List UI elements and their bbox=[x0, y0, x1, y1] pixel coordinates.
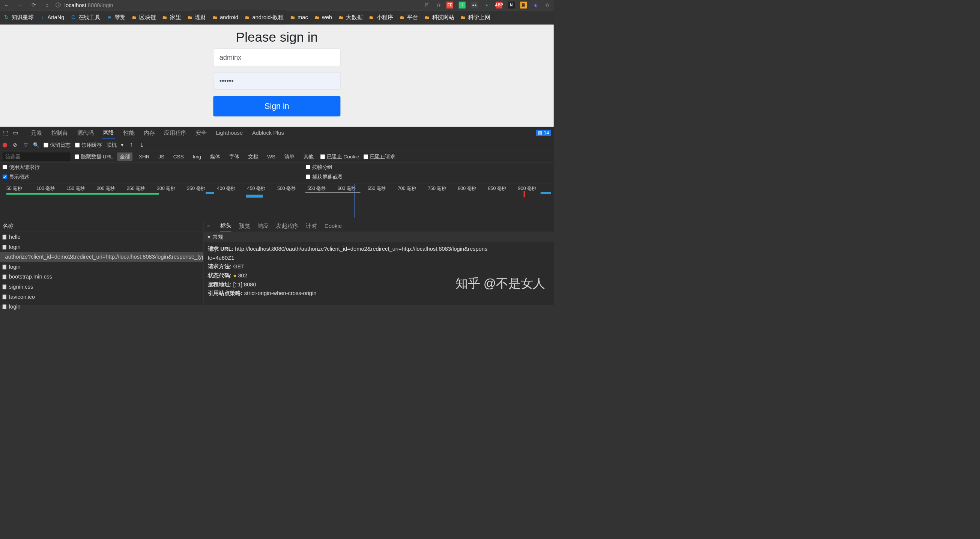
extension-icon[interactable]: ◐ bbox=[532, 2, 539, 9]
devtools-tab[interactable]: Lighthouse bbox=[215, 127, 243, 139]
extension-icon[interactable]: i bbox=[459, 2, 466, 9]
blocked-requests-checkbox[interactable]: 已阻止请求 bbox=[364, 153, 395, 160]
bookmark-item[interactable]: C在线工具 bbox=[70, 13, 100, 21]
extension-icon[interactable]: ●● bbox=[471, 2, 477, 9]
filter-type-pill[interactable]: 清单 bbox=[282, 152, 297, 161]
detail-key: 请求方法: bbox=[208, 263, 233, 270]
filter-type-pill[interactable]: 全部 bbox=[117, 152, 132, 161]
extension-icon[interactable]: FE bbox=[447, 2, 453, 9]
favorite-icon[interactable]: ✩ bbox=[436, 2, 442, 8]
extension-icon[interactable]: ABP bbox=[496, 2, 503, 9]
devtools-tab[interactable]: 网络 bbox=[102, 127, 115, 139]
record-button[interactable] bbox=[3, 143, 7, 147]
detail-tab[interactable]: 标头 bbox=[220, 220, 231, 232]
bookmark-item[interactable]: 🖿大数据 bbox=[338, 13, 363, 21]
large-rows-checkbox[interactable]: 使用大请求行 bbox=[3, 164, 306, 171]
bookmark-item[interactable]: 🖿web bbox=[314, 14, 332, 21]
throttling-select[interactable]: 联机 ▾ bbox=[107, 142, 123, 148]
request-row[interactable]: favicon.ico bbox=[0, 292, 204, 302]
bookmark-item[interactable]: 🖿mac bbox=[290, 14, 308, 21]
password-input[interactable] bbox=[213, 72, 340, 90]
issues-badge[interactable]: ▤14 bbox=[536, 129, 551, 136]
bookmark-item[interactable]: 🖿家里 bbox=[162, 13, 181, 21]
filter-icon[interactable]: ▽ bbox=[22, 142, 29, 148]
info-icon[interactable]: ⓘ bbox=[55, 2, 61, 8]
disable-cache-checkbox[interactable]: 禁用缓存 bbox=[75, 142, 102, 148]
forward-icon[interactable]: → bbox=[17, 2, 23, 8]
request-row[interactable]: login bbox=[0, 242, 204, 252]
detail-tab[interactable]: Cookie bbox=[325, 220, 342, 232]
signin-button[interactable]: Sign in bbox=[213, 96, 340, 116]
download-icon[interactable]: ⤓ bbox=[139, 142, 145, 148]
detail-tab[interactable]: 发起程序 bbox=[276, 220, 298, 232]
devtools-tab[interactable]: 性能 bbox=[123, 127, 135, 139]
filter-type-pill[interactable]: 媒体 bbox=[207, 152, 223, 161]
filter-input[interactable] bbox=[3, 152, 70, 161]
url-bar[interactable]: ⓘ localhost:8080/login bbox=[55, 2, 420, 9]
file-icon bbox=[3, 234, 6, 239]
devtools-tab[interactable]: 源代码 bbox=[76, 127, 95, 139]
filter-type-pill[interactable]: 文档 bbox=[246, 152, 261, 161]
request-row[interactable]: bootstrap.min.css bbox=[0, 272, 204, 282]
timeline-tick: 50 毫秒 bbox=[6, 185, 37, 192]
detail-section-header[interactable]: ▼ 常规 bbox=[204, 232, 554, 242]
bookmark-item[interactable]: 🖿科技网站 bbox=[424, 13, 454, 21]
filter-type-pill[interactable]: Img bbox=[190, 153, 204, 160]
devtools-tab[interactable]: 内存 bbox=[143, 127, 156, 139]
back-icon[interactable]: ← bbox=[3, 2, 10, 8]
request-row[interactable]: hello bbox=[0, 232, 204, 242]
bookmark-item[interactable]: ↻知识星球 bbox=[3, 13, 33, 21]
upload-icon[interactable]: ⤒ bbox=[128, 142, 134, 148]
blocked-cookies-checkbox[interactable]: 已阻止 Cookie bbox=[320, 153, 360, 160]
filter-type-pill[interactable]: 字体 bbox=[227, 152, 242, 161]
clear-icon[interactable]: ⊘ bbox=[12, 142, 18, 148]
home-icon[interactable]: ⌂ bbox=[44, 2, 50, 8]
bookmark-item[interactable]: 🖿科学上网 bbox=[460, 13, 490, 21]
devtools-tab[interactable]: 安全 bbox=[195, 127, 207, 139]
group-by-frame-checkbox[interactable]: 按帧分组 bbox=[306, 164, 342, 171]
detail-tab[interactable]: 响应 bbox=[258, 220, 269, 232]
request-row[interactable]: signin.css bbox=[0, 282, 204, 292]
show-overview-checkbox[interactable]: 显示概述 bbox=[3, 174, 306, 180]
collections-icon[interactable]: ✩ bbox=[544, 2, 550, 8]
hide-data-urls-checkbox[interactable]: 隐藏数据 URL bbox=[75, 153, 113, 160]
key-icon[interactable]: ⚿ bbox=[424, 2, 430, 8]
device-icon[interactable]: ▭ bbox=[13, 130, 18, 136]
bookmark-item[interactable]: 🖿理财 bbox=[187, 13, 206, 21]
filter-type-pill[interactable]: WS bbox=[265, 153, 278, 160]
request-row[interactable]: authorize?client_id=demo2&redirect_uri=h… bbox=[0, 252, 204, 262]
reload-icon[interactable]: ⟳ bbox=[30, 2, 37, 8]
folder-icon: 🖿 bbox=[290, 14, 296, 20]
search-icon[interactable]: 🔍 bbox=[33, 142, 39, 148]
bookmark-item[interactable]: ≡琴贤 bbox=[106, 13, 125, 21]
screenshots-checkbox[interactable]: 捕获屏幕截图 bbox=[306, 174, 342, 180]
bookmark-item[interactable]: 🖿区块链 bbox=[131, 13, 156, 21]
close-detail-icon[interactable]: × bbox=[207, 223, 210, 229]
extension-icon[interactable]: 聚 bbox=[520, 2, 527, 9]
filter-type-pill[interactable]: XHR bbox=[136, 153, 152, 160]
bookmark-item[interactable]: 🖿android bbox=[212, 14, 238, 21]
bookmark-item[interactable]: 🖿android-教程 bbox=[244, 13, 284, 21]
bookmark-item[interactable]: 🖿平台 bbox=[399, 13, 418, 21]
request-list-header: 名称 bbox=[0, 220, 204, 232]
devtools-tab[interactable]: Adblock Plus bbox=[251, 127, 285, 139]
extension-icon[interactable]: N bbox=[508, 2, 515, 9]
extension-icon[interactable]: ● bbox=[483, 2, 490, 9]
devtools-tab[interactable]: 元素 bbox=[30, 127, 43, 139]
request-row[interactable]: login bbox=[0, 262, 204, 272]
request-row[interactable]: login bbox=[0, 302, 204, 312]
bookmark-item[interactable]: ↓AriaNg bbox=[40, 14, 64, 21]
devtools-tab[interactable]: 应用程序 bbox=[163, 127, 187, 139]
filter-type-pill[interactable]: JS bbox=[156, 153, 167, 160]
username-input[interactable] bbox=[213, 48, 340, 66]
inspect-icon[interactable]: ⬚ bbox=[3, 130, 9, 136]
filter-type-pill[interactable]: 其他 bbox=[301, 152, 316, 161]
page-title: Please sign in bbox=[236, 30, 318, 45]
network-timeline[interactable]: 50 毫秒100 毫秒150 毫秒200 毫秒250 毫秒300 毫秒350 毫… bbox=[0, 183, 554, 220]
devtools-tab[interactable]: 控制台 bbox=[50, 127, 68, 139]
detail-tab[interactable]: 计时 bbox=[306, 220, 317, 232]
detail-tab[interactable]: 预览 bbox=[239, 220, 250, 232]
preserve-log-checkbox[interactable]: 保留日志 bbox=[43, 142, 70, 148]
bookmark-item[interactable]: 🖿小程序 bbox=[368, 13, 393, 21]
filter-type-pill[interactable]: CSS bbox=[171, 153, 186, 160]
